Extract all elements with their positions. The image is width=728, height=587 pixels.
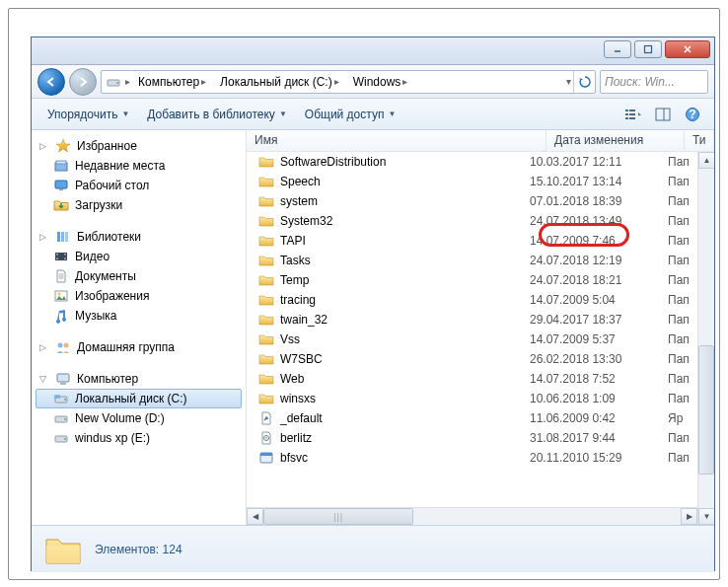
help-button[interactable]: ? [679, 103, 706, 126]
search-input[interactable]: Поиск: Win... [600, 70, 708, 94]
breadcrumb-drive-c[interactable]: Локальный диск (C:)▸ [214, 71, 347, 93]
music-icon [53, 308, 69, 324]
file-date: 24.07.2018 13:49 [530, 214, 668, 228]
breadcrumb-computer[interactable]: Компьютер▸ [132, 71, 214, 93]
folder-icon [258, 253, 274, 268]
file-name-label: berlitz [280, 431, 312, 445]
svg-rect-37 [54, 395, 60, 399]
svg-rect-45 [260, 453, 272, 456]
svg-point-30 [58, 293, 61, 296]
file-row[interactable]: system07.01.2018 18:39Пап [247, 191, 697, 211]
svg-rect-1 [645, 46, 652, 53]
file-name-label: winsxs [280, 392, 316, 405]
vertical-scrollbar[interactable]: ▲ ▼ [697, 152, 714, 525]
address-history-dropdown[interactable]: ▾ [564, 76, 573, 87]
file-name-label: tracing [280, 293, 316, 307]
sidebar-pictures[interactable]: Изображения [36, 286, 242, 306]
sidebar-homegroup[interactable]: ▷Домашняя группа [36, 337, 242, 357]
sidebar-libraries[interactable]: ▷Библиотеки [36, 227, 242, 247]
folder-icon [43, 532, 83, 567]
sidebar-drive-c[interactable]: Локальный диск (C:) [36, 389, 242, 408]
svg-rect-33 [57, 374, 69, 382]
svg-rect-25 [64, 258, 66, 260]
svg-rect-8 [625, 117, 628, 119]
svg-point-39 [64, 418, 66, 420]
sidebar-downloads[interactable]: Загрузки [36, 195, 242, 215]
view-mode-button[interactable] [619, 103, 647, 126]
explorer-window: ▸ Компьютер▸ Локальный диск (C:)▸ Window… [31, 37, 715, 571]
column-type[interactable]: Ти [685, 130, 714, 151]
svg-rect-5 [629, 110, 635, 111]
file-exe-icon [258, 450, 274, 466]
file-row[interactable]: Speech15.10.2017 13:14Пап [247, 172, 697, 191]
sidebar-recent[interactable]: Недавние места [36, 156, 242, 176]
sidebar-documents[interactable]: Документы [36, 266, 242, 286]
file-row[interactable]: Vss14.07.2009 5:37Пап [247, 330, 697, 349]
breadcrumb-windows[interactable]: Windows▸ [347, 71, 416, 93]
file-row[interactable]: twain_3229.04.2017 18:37Пап [247, 310, 697, 330]
column-name[interactable]: Имя [247, 130, 546, 151]
maximize-button[interactable] [634, 40, 662, 58]
homegroup-icon [55, 339, 71, 355]
file-row[interactable]: TAPI14.07.2009 7:46Пап [247, 231, 697, 251]
forward-button[interactable] [69, 68, 97, 96]
file-date: 10.06.2018 1:09 [530, 392, 668, 405]
file-list[interactable]: SoftwareDistribution10.03.2017 12:11ПапS… [247, 152, 697, 507]
address-bar[interactable]: ▸ Компьютер▸ Локальный диск (C:)▸ Window… [101, 70, 596, 94]
scroll-up-button[interactable]: ▲ [698, 152, 714, 169]
folder-icon [258, 233, 274, 249]
minimize-button[interactable] [604, 40, 631, 58]
file-row[interactable]: bfsvc20.11.2010 15:29Пап [247, 448, 697, 468]
sidebar-videos[interactable]: Видео [36, 247, 242, 266]
horizontal-scrollbar[interactable]: ◀ ||| ▶ [247, 507, 697, 525]
file-row[interactable]: System3224.07.2018 13:49Пап [247, 211, 697, 231]
close-button[interactable] [665, 40, 710, 58]
svg-rect-4 [625, 110, 628, 111]
svg-point-31 [58, 343, 63, 348]
file-name-label: W7SBC [280, 352, 323, 366]
file-row[interactable]: Tasks24.07.2018 12:19Пап [247, 251, 697, 270]
file-row[interactable]: W7SBC26.02.2018 13:30Пап [247, 349, 697, 369]
folder-icon [258, 292, 274, 308]
file-pif-icon [258, 410, 274, 426]
file-type: Яр [668, 411, 697, 425]
scroll-right-button[interactable]: ▶ [681, 508, 697, 525]
titlebar[interactable] [32, 37, 714, 65]
file-type: Пап [668, 175, 697, 188]
add-to-library-menu[interactable]: Добавить в библиотеку▼ [139, 104, 294, 125]
file-name-label: _default [280, 411, 323, 425]
sidebar-favorites[interactable]: ▷Избранное [36, 136, 242, 156]
sidebar-music[interactable]: Музыка [36, 306, 242, 326]
file-date: 11.06.2009 0:42 [530, 411, 668, 425]
share-menu[interactable]: Общий доступ▼ [297, 104, 404, 125]
sidebar-desktop[interactable]: Рабочий стол [36, 176, 242, 195]
file-row[interactable]: SoftwareDistribution10.03.2017 12:11Пап [247, 152, 697, 172]
scroll-down-button[interactable]: ▼ [698, 508, 714, 525]
file-row[interactable]: tracing14.07.2009 5:04Пап [247, 290, 697, 310]
file-name-label: system [280, 194, 318, 208]
file-row[interactable]: Temp24.07.2018 18:21Пап [247, 270, 697, 290]
column-date[interactable]: Дата изменения [546, 130, 685, 151]
file-date: 31.08.2017 9:44 [530, 431, 668, 445]
chevron-right-icon[interactable]: ▸ [123, 76, 132, 87]
file-row[interactable]: winsxs10.06.2018 1:09Пап [247, 389, 697, 408]
svg-rect-20 [65, 232, 68, 242]
svg-point-32 [64, 343, 69, 348]
file-row[interactable]: _default11.06.2009 0:42Яр [247, 408, 697, 428]
file-date: 14.07.2009 7:46 [530, 234, 668, 248]
file-type: Пап [668, 234, 697, 248]
file-date: 10.03.2017 12:11 [530, 155, 668, 169]
scroll-left-button[interactable]: ◀ [247, 508, 263, 525]
organize-menu[interactable]: Упорядочить▼ [39, 104, 137, 125]
sidebar-drive-e[interactable]: windus xp (E:) [36, 428, 242, 448]
refresh-button[interactable] [573, 71, 595, 93]
file-row[interactable]: berlitz31.08.2017 9:44Пап [247, 428, 697, 448]
sidebar-computer[interactable]: ▽Компьютер [36, 369, 242, 389]
file-row[interactable]: Web14.07.2018 7:52Пап [247, 369, 697, 389]
file-name-label: bfsvc [280, 451, 308, 465]
back-button[interactable] [37, 68, 65, 96]
sidebar-drive-d[interactable]: New Volume (D:) [36, 408, 242, 428]
folder-icon [258, 174, 274, 189]
svg-rect-34 [60, 383, 66, 385]
preview-pane-button[interactable] [649, 103, 677, 126]
